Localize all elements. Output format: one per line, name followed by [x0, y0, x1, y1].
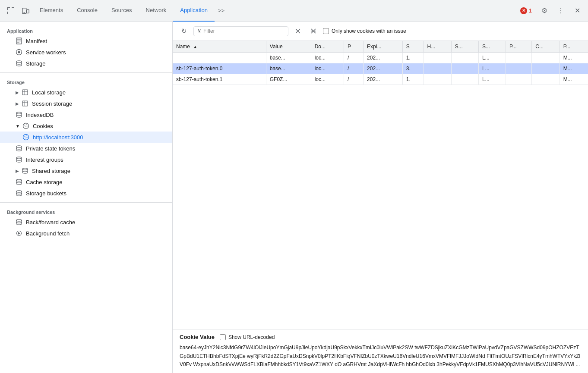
sidebar-item-private-state-tokens[interactable]: Private state tokens: [0, 143, 172, 154]
col-expires[interactable]: Expi...: [364, 41, 403, 53]
tab-application[interactable]: Application: [173, 0, 215, 22]
sidebar-item-service-workers[interactable]: Service workers: [0, 47, 172, 58]
close-icon[interactable]: ✕: [570, 3, 585, 18]
table-cell: [532, 74, 560, 85]
svg-point-40: [16, 157, 22, 159]
table-cell: /: [344, 63, 364, 74]
cookie-value-text: base64-eyJhY2Nlc3NfdG9rZW4iOiJleUpoYmGja…: [180, 344, 581, 369]
settings-icon[interactable]: ⚙: [537, 3, 552, 18]
interest-groups-label: Interest groups: [26, 157, 63, 163]
sidebar-item-local-storage[interactable]: ▶ Local storage: [0, 87, 172, 98]
cache-storage-label: Cache storage: [26, 179, 63, 185]
table-row[interactable]: sb-127-auth-token.0base...loc.../202...3…: [173, 63, 588, 74]
local-storage-label: Local storage: [32, 89, 66, 96]
filter-input[interactable]: [203, 28, 272, 34]
sidebar-item-session-storage[interactable]: ▶ Session storage: [0, 98, 172, 109]
table-cell: [451, 74, 478, 85]
table-cell: sb-127-auth-token.0: [173, 63, 266, 74]
table-cell: M...: [560, 53, 588, 63]
col-size[interactable]: S: [402, 41, 424, 53]
sidebar-item-background-fetch[interactable]: Background fetch: [0, 228, 172, 239]
sidebar-item-manifest[interactable]: Manifest: [0, 35, 172, 47]
sidebar-item-indexeddb[interactable]: IndexedDB: [0, 109, 172, 120]
clear-filter-button[interactable]: [292, 25, 304, 37]
device-toggle-icon[interactable]: [18, 3, 33, 18]
sidebar-item-cookies[interactable]: ▼ Cookies: [0, 120, 172, 132]
table-cell: [451, 53, 478, 63]
table-cell: L...: [478, 63, 506, 74]
cache-storage-icon: [16, 179, 22, 185]
indexeddb-label: IndexedDB: [26, 112, 54, 118]
shared-storage-icon: [22, 167, 28, 174]
devtools-toolbar: Elements Console Sources Network Applica…: [0, 0, 588, 22]
table-cell: /: [344, 74, 364, 85]
tab-elements[interactable]: Elements: [33, 0, 70, 22]
private-state-tokens-icon: [16, 145, 22, 152]
table-cell: 1.: [402, 53, 424, 63]
col-secure[interactable]: S...: [451, 41, 478, 53]
error-button[interactable]: ✕ 1: [517, 6, 535, 16]
storage-section-title: Storage: [0, 76, 172, 87]
refresh-button[interactable]: ↻: [178, 25, 190, 37]
col-name[interactable]: Name ▲: [173, 41, 266, 53]
application-section-title: Application: [0, 25, 172, 35]
cookies-expand-arrow: ▼: [16, 124, 20, 129]
col-cookie-prefix[interactable]: C...: [532, 41, 560, 53]
col-priority[interactable]: P...: [506, 41, 532, 53]
table-cell: 1.: [402, 74, 424, 85]
background-fetch-label: Background fetch: [26, 230, 70, 237]
more-tabs-button[interactable]: >>: [215, 0, 228, 22]
private-state-tokens-label: Private state tokens: [26, 145, 75, 152]
table-cell: [451, 63, 478, 74]
more-options-icon[interactable]: ⋮: [553, 3, 568, 18]
table-body: base...loc.../202...1.L...M...sb-127-aut…: [173, 53, 588, 85]
col-path[interactable]: P: [344, 41, 364, 53]
interest-groups-icon: [16, 156, 22, 163]
col-partition[interactable]: P...: [560, 41, 588, 53]
delete-clear-button[interactable]: [307, 25, 319, 37]
table-cell: GF0Z...: [266, 74, 311, 85]
error-count: 1: [529, 7, 532, 14]
sidebar-item-storage[interactable]: Storage: [0, 58, 172, 69]
sidebar-item-cache-storage[interactable]: Cache storage: [0, 176, 172, 188]
sidebar-item-storage-buckets[interactable]: Storage buckets: [0, 188, 172, 199]
only-issues-checkbox[interactable]: [323, 28, 329, 34]
service-workers-label: Service workers: [26, 49, 66, 56]
table-row[interactable]: base...loc.../202...1.L...M...: [173, 53, 588, 63]
table-cell: 3.: [402, 63, 424, 74]
svg-rect-1: [7, 7, 8, 10]
session-storage-expand-arrow: ▶: [16, 101, 19, 106]
svg-point-29: [23, 123, 28, 129]
tab-console[interactable]: Console: [70, 0, 104, 22]
svg-point-33: [25, 126, 25, 127]
filter-icon: ⊻: [197, 28, 202, 34]
tab-network[interactable]: Network: [139, 0, 174, 22]
tab-sources[interactable]: Sources: [104, 0, 139, 22]
back-forward-cache-label: Back/forward cache: [26, 219, 75, 226]
svg-point-38: [25, 138, 25, 138]
table-row[interactable]: sb-127-auth-token.1GF0Z...loc.../202...1…: [173, 74, 588, 85]
table-cell: loc...: [311, 53, 344, 63]
storage-buckets-label: Storage buckets: [26, 190, 66, 197]
select-element-icon[interactable]: [3, 3, 18, 18]
sidebar-item-interest-groups[interactable]: Interest groups: [0, 154, 172, 165]
col-value[interactable]: Value: [266, 41, 311, 53]
svg-point-36: [26, 135, 26, 136]
table-cell: 202...: [364, 53, 403, 63]
sidebar: Application Manifest Service workers Sto…: [0, 22, 173, 373]
svg-point-21: [16, 61, 22, 63]
col-samesite[interactable]: S...: [478, 41, 506, 53]
sidebar-item-back-forward-cache[interactable]: Back/forward cache: [0, 216, 172, 228]
svg-point-28: [16, 112, 22, 114]
only-issues-text: Only show cookies with an issue: [332, 28, 406, 34]
background-services-title: Background services: [0, 206, 172, 216]
col-domain[interactable]: Do...: [311, 41, 344, 53]
sidebar-item-shared-storage[interactable]: ▶ Shared storage: [0, 165, 172, 176]
manifest-icon: [16, 38, 22, 44]
sidebar-item-cookies-localhost[interactable]: http://localhost:3000: [0, 132, 172, 143]
url-decoded-checkbox[interactable]: [220, 334, 226, 340]
col-httponly[interactable]: H...: [424, 41, 451, 53]
url-decoded-wrap: Show URL-decoded: [220, 334, 275, 340]
url-decoded-label: Show URL-decoded: [228, 334, 275, 340]
table-cell: M...: [560, 63, 588, 74]
